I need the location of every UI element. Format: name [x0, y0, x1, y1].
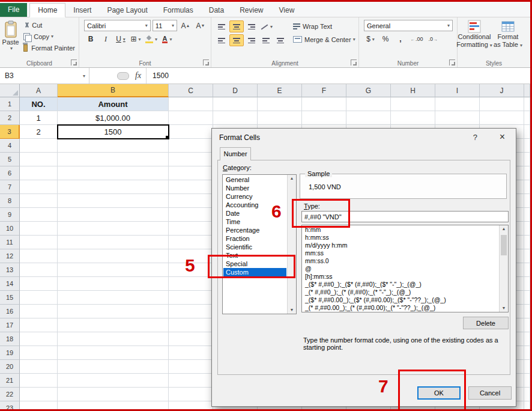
- scroll-down-icon[interactable]: ▼: [502, 306, 506, 311]
- comma-style-button[interactable]: ,: [394, 34, 407, 44]
- column-header-F[interactable]: F: [302, 84, 346, 97]
- row-header-8[interactable]: 8: [0, 194, 20, 208]
- column-header-B[interactable]: B: [58, 84, 169, 97]
- cell-A3[interactable]: 2: [20, 125, 58, 139]
- cell-H1[interactable]: [391, 97, 435, 111]
- row-header-16[interactable]: 16: [0, 305, 20, 318]
- select-all-corner[interactable]: [0, 84, 20, 97]
- format-painter-button[interactable]: Format Painter: [22, 42, 76, 53]
- column-header-D[interactable]: D: [213, 84, 258, 97]
- format-code-item[interactable]: m/d/yyyy h:mm: [303, 242, 498, 249]
- cell-A2[interactable]: 1: [20, 111, 58, 125]
- cell-A7[interactable]: [20, 180, 58, 194]
- cell-B14[interactable]: [58, 277, 169, 291]
- number-dialog-launcher[interactable]: [449, 59, 455, 65]
- bold-button[interactable]: B: [84, 34, 97, 44]
- cell-C18[interactable]: [169, 332, 213, 346]
- cell-B21[interactable]: [58, 374, 169, 388]
- category-list[interactable]: GeneralNumberCurrencyAccountingDateTimeP…: [222, 174, 297, 314]
- cell-A19[interactable]: [20, 346, 58, 360]
- cell-B6[interactable]: [58, 166, 169, 180]
- font-dialog-launcher[interactable]: [203, 59, 209, 65]
- cell-C16[interactable]: [169, 305, 213, 318]
- format-code-item[interactable]: _(* #,##0_);_(* (#,##0);_(* "-"_);_(@_): [303, 288, 498, 296]
- font-size-combo[interactable]: 11▾: [153, 20, 177, 31]
- insert-function-button[interactable]: fx: [135, 71, 141, 81]
- cell-A15[interactable]: [20, 291, 58, 305]
- format-code-list[interactable]: h:mmh:mm:ssm/d/yyyy h:mmmm:ssmm:ss.0@[h]…: [301, 225, 509, 312]
- cell-C3[interactable]: [169, 125, 213, 139]
- category-item-fraction[interactable]: Fraction: [223, 234, 286, 243]
- column-header-H[interactable]: H: [391, 84, 435, 97]
- delete-button[interactable]: Delete: [463, 317, 509, 329]
- merge-center-button[interactable]: Merge & Center▾: [293, 34, 355, 45]
- cell-B2[interactable]: $1,000.00: [58, 111, 169, 125]
- cell-B7[interactable]: [58, 180, 169, 194]
- cell-I1[interactable]: [435, 97, 480, 111]
- row-header-18[interactable]: 18: [0, 332, 20, 346]
- cell-C2[interactable]: [169, 111, 213, 125]
- column-header-A[interactable]: A: [20, 84, 58, 97]
- cell-C14[interactable]: [169, 277, 213, 291]
- scrollbar-thumb[interactable]: [501, 235, 507, 255]
- row-header-7[interactable]: 7: [0, 180, 20, 194]
- scroll-up-icon[interactable]: ▲: [290, 176, 294, 181]
- row-header-14[interactable]: 14: [0, 277, 20, 291]
- format-code-item[interactable]: [h]:mm:ss: [303, 273, 498, 281]
- cell-A18[interactable]: [20, 332, 58, 346]
- cell-A14[interactable]: [20, 277, 58, 291]
- cell-C17[interactable]: [169, 318, 213, 332]
- dialog-title-bar[interactable]: Format Cells ? ×: [212, 129, 516, 147]
- increase-decimal-button[interactable]: ←.00: [409, 36, 425, 42]
- cell-G1[interactable]: [346, 97, 391, 111]
- row-header-13[interactable]: 13: [0, 263, 20, 277]
- cell-A10[interactable]: [20, 222, 58, 236]
- cell-C6[interactable]: [169, 166, 213, 180]
- align-left-button[interactable]: [215, 35, 228, 46]
- row-header-5[interactable]: 5: [0, 153, 20, 166]
- cell-B13[interactable]: [58, 263, 169, 277]
- cell-A9[interactable]: [20, 208, 58, 222]
- cell-B8[interactable]: [58, 194, 169, 208]
- cell-H2[interactable]: [391, 111, 435, 125]
- column-header-C[interactable]: C: [169, 84, 213, 97]
- decrease-decimal-button[interactable]: .0→: [427, 36, 440, 42]
- cell-B17[interactable]: [58, 318, 169, 332]
- italic-button[interactable]: I: [99, 34, 112, 44]
- align-right-button[interactable]: [245, 35, 258, 46]
- orientation-button[interactable]: ▾: [259, 21, 274, 32]
- cell-F1[interactable]: [302, 97, 346, 111]
- paste-button[interactable]: Paste ▾: [1, 19, 20, 53]
- cell-C22[interactable]: [169, 388, 213, 401]
- row-header-22[interactable]: 22: [0, 388, 20, 401]
- cell-B3[interactable]: 1500: [58, 125, 169, 139]
- row-header-6[interactable]: 6: [0, 166, 20, 180]
- cell-C21[interactable]: [169, 374, 213, 388]
- tab-review[interactable]: Review: [232, 4, 271, 17]
- format-code-item[interactable]: mm:ss.0: [303, 257, 498, 265]
- align-center-button[interactable]: [229, 34, 244, 46]
- format-code-item[interactable]: _(* #,##0.00_);_(* (#,##0.00);_(* "-"??_…: [303, 304, 498, 311]
- row-header-11[interactable]: 11: [0, 236, 20, 249]
- cell-A17[interactable]: [20, 318, 58, 332]
- row-header-9[interactable]: 9: [0, 208, 20, 222]
- copy-button[interactable]: Copy▾: [22, 31, 76, 42]
- format-code-item[interactable]: _($* #,##0_);_($* (#,##0);_($* "-"_);_(@…: [303, 281, 498, 288]
- format-code-item[interactable]: mm:ss: [303, 249, 498, 257]
- scroll-down-icon[interactable]: ▼: [290, 308, 294, 312]
- fill-handle[interactable]: [165, 135, 169, 139]
- cell-A23[interactable]: [20, 401, 58, 411]
- row-header-12[interactable]: 12: [0, 249, 20, 263]
- align-top-button[interactable]: [215, 21, 228, 32]
- font-color-button[interactable]: A▾: [160, 34, 174, 44]
- cell-D1[interactable]: [213, 97, 258, 111]
- tab-view[interactable]: View: [271, 4, 303, 17]
- cell-B20[interactable]: [58, 360, 169, 374]
- cell-C5[interactable]: [169, 153, 213, 166]
- cell-C19[interactable]: [169, 346, 213, 360]
- format-code-item[interactable]: _($* #,##0.00_);_($* (#,##0.00);_($* "-"…: [303, 296, 498, 304]
- cell-C15[interactable]: [169, 291, 213, 305]
- column-header-G[interactable]: G: [346, 84, 391, 97]
- cell-B23[interactable]: [58, 401, 169, 411]
- cell-B5[interactable]: [58, 153, 169, 166]
